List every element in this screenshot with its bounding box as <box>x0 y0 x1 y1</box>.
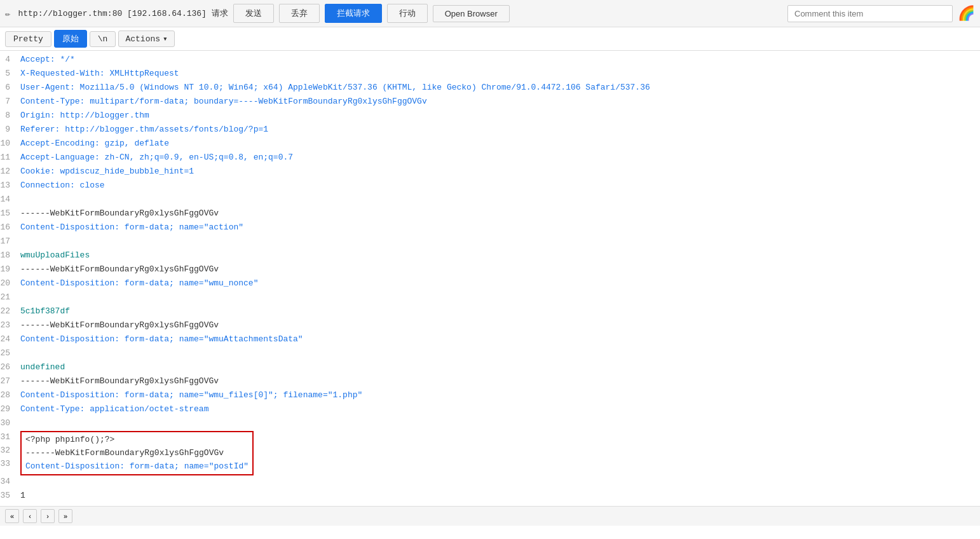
url-text: http://blogger.thm:80 [192.168.64.136] 请… <box>18 8 228 19</box>
edit-icon: ✏ <box>5 8 10 19</box>
table-row: 18 wmuUploadFiles <box>0 249 980 263</box>
table-row: 24 Content-Disposition: form-data; name=… <box>0 333 980 347</box>
table-row: 17 <box>0 235 980 249</box>
table-row: 16 Content-Disposition: form-data; name=… <box>0 221 980 235</box>
highlight-line-31: <?php phpinfo();?> <box>25 433 248 447</box>
table-row: 27 ------WebKitFormBoundaryRg0xlysGhFggO… <box>0 375 980 389</box>
table-row: 8 Origin: http://blogger.thm <box>0 109 980 123</box>
rainbow-icon: 🌈 <box>958 5 975 22</box>
actions-label: Actions <box>125 34 160 44</box>
table-row: 35 1 <box>0 489 980 503</box>
table-row: 29 Content-Type: application/octet-strea… <box>0 403 980 417</box>
table-row: 12 Cookie: wpdiscuz_hide_bubble_hint=1 <box>0 165 980 179</box>
table-row: 13 Connection: close <box>0 179 980 193</box>
highlight-section: 31 32 33 <?php phpinfo();?> ------WebKit… <box>0 431 980 475</box>
prev-page-button[interactable]: ‹ <box>23 509 37 523</box>
table-row: 19 ------WebKitFormBoundaryRg0xlysGhFggO… <box>0 263 980 277</box>
table-row: 23 ------WebKitFormBoundaryRg0xlysGhFggO… <box>0 319 980 333</box>
table-row: 34 <box>0 475 980 489</box>
last-page-button[interactable]: » <box>58 509 72 523</box>
table-row: 26 undefined <box>0 361 980 375</box>
bottom-bar: « ‹ › » <box>0 506 980 526</box>
highlight-line-33: Content-Disposition: form-data; name="po… <box>25 460 248 474</box>
table-row: 22 5c1bf387df <box>0 305 980 319</box>
highlight-box: <?php phpinfo();?> ------WebKitFormBound… <box>20 431 254 475</box>
table-row: 10 Accept-Encoding: gzip, deflate <box>0 137 980 151</box>
top-bar: ✏ http://blogger.thm:80 [192.168.64.136]… <box>0 0 980 27</box>
tab-raw[interactable]: 原始 <box>54 30 87 48</box>
chevron-down-icon: ▾ <box>163 34 168 44</box>
table-row: 20 Content-Disposition: form-data; name=… <box>0 277 980 291</box>
first-page-button[interactable]: « <box>5 509 19 523</box>
tab-pretty[interactable]: Pretty <box>5 31 51 47</box>
tab-bar: Pretty 原始 \n Actions ▾ <box>0 27 980 51</box>
next-page-button[interactable]: › <box>41 509 55 523</box>
table-row: 5 X-Requested-With: XMLHttpRequest <box>0 67 980 81</box>
table-row: 7 Content-Type: multipart/form-data; bou… <box>0 95 980 109</box>
send-button[interactable]: 发送 <box>233 4 274 23</box>
table-row: 6 User-Agent: Mozilla/5.0 (Windows NT 10… <box>0 81 980 95</box>
table-row: 15 ------WebKitFormBoundaryRg0xlysGhFggO… <box>0 207 980 221</box>
tab-newline[interactable]: \n <box>90 31 116 47</box>
table-row: 9 Referer: http://blogger.thm/assets/fon… <box>0 123 980 137</box>
tab-actions[interactable]: Actions ▾ <box>118 31 174 47</box>
table-row: 14 <box>0 193 980 207</box>
table-row: 11 Accept-Language: zh-CN, zh;q=0.9, en-… <box>0 151 980 165</box>
table-row: 30 <box>0 417 980 431</box>
open-browser-button[interactable]: Open Browser <box>433 5 510 22</box>
table-row: 21 <box>0 291 980 305</box>
code-area: 4 Accept: */* 5 X-Requested-With: XMLHtt… <box>0 51 980 506</box>
table-row: 28 Content-Disposition: form-data; name=… <box>0 389 980 403</box>
table-row: 25 <box>0 347 980 361</box>
action-button[interactable]: 行动 <box>387 4 428 23</box>
intercept-button[interactable]: 拦截请求 <box>325 4 382 23</box>
table-row: 4 Accept: */* <box>0 53 980 67</box>
comment-input[interactable] <box>787 5 953 22</box>
discard-button[interactable]: 丢弃 <box>279 4 320 23</box>
highlight-line-32: ------WebKitFormBoundaryRg0xlysGhFggOVGv <box>25 447 248 460</box>
